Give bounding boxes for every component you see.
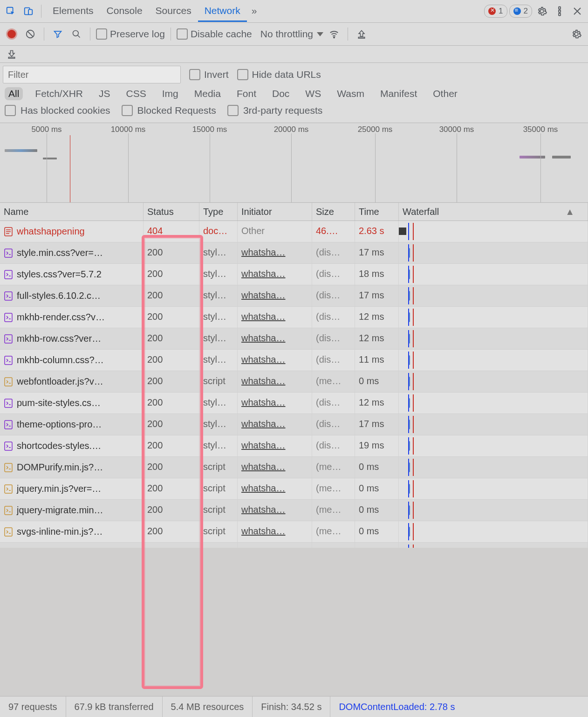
col-initiator[interactable]: Initiator [238, 203, 312, 221]
cell-initiator[interactable]: whatsha… [238, 521, 312, 542]
tab-elements[interactable]: Elements [46, 0, 100, 22]
table-row[interactable]: DOMPurify.min.js?… 200 script whatsha… (… [0, 457, 588, 478]
chip-img[interactable]: Img [158, 87, 182, 100]
cell-initiator[interactable]: whatsha… [238, 435, 312, 456]
message-count-pill[interactable]: ≡2 [509, 5, 532, 18]
table-row[interactable]: jquery-migrate.min… 200 script whatsha… … [0, 500, 588, 521]
cell-initiator[interactable]: whatsha… [238, 414, 312, 435]
table-row[interactable]: shortcodes-styles.… 200 styl… whatsha… (… [0, 435, 588, 457]
cell-time: 0 ms [355, 500, 399, 521]
has-blocked-cookies-checkbox[interactable] [5, 105, 16, 116]
cell-initiator[interactable]: whatsha… [238, 264, 312, 285]
preserve-log-checkbox[interactable] [96, 28, 107, 40]
cell-waterfall [399, 285, 588, 306]
col-type[interactable]: Type [199, 203, 238, 221]
cell-size: (dis… [312, 264, 355, 285]
filter-bar: Invert Hide data URLs AllFetch/XHRJSCSSI… [0, 63, 588, 123]
table-row[interactable]: webfontloader.js?v… 200 script whatsha… … [0, 371, 588, 393]
cell-initiator[interactable]: whatsha… [238, 242, 312, 263]
inspect-icon[interactable] [3, 3, 19, 19]
error-count-pill[interactable]: ✕1 [484, 5, 507, 18]
cell-waterfall [399, 221, 588, 242]
cell-initiator[interactable]: whatsha… [238, 285, 312, 306]
filter-input[interactable] [3, 66, 181, 83]
third-party-checkbox[interactable] [227, 105, 239, 116]
more-icon[interactable] [552, 3, 567, 19]
chip-fetchxhr[interactable]: Fetch/XHR [31, 87, 87, 100]
cell-initiator[interactable]: whatsha… [238, 500, 312, 521]
transferred: 67.9 kB transferred [66, 696, 163, 717]
clear-icon[interactable] [22, 26, 38, 42]
col-name[interactable]: Name [0, 203, 144, 221]
cell-initiator[interactable]: whatsha… [238, 393, 312, 414]
cell-time: 17 ms [355, 242, 399, 263]
disable-cache-checkbox[interactable] [177, 28, 188, 40]
cell-initiator[interactable]: whatsha… [238, 457, 312, 478]
record-button[interactable] [4, 26, 20, 42]
chip-wasm[interactable]: Wasm [333, 87, 368, 100]
domcontentloaded: DOMContentLoaded: 2.78 s [330, 696, 463, 717]
chip-manifest[interactable]: Manifest [376, 87, 421, 100]
network-settings-icon[interactable] [568, 26, 584, 42]
cell-waterfall [399, 350, 588, 371]
table-row[interactable]: full-styles.6.10.2.c… 200 styl… whatsha…… [0, 285, 588, 307]
chip-media[interactable]: Media [191, 87, 225, 100]
chip-css[interactable]: CSS [123, 87, 150, 100]
table-row[interactable]: mkhb-column.css?… 200 styl… whatsha… (di… [0, 350, 588, 371]
chip-other[interactable]: Other [429, 87, 461, 100]
download-icon[interactable] [4, 46, 20, 62]
col-time[interactable]: Time [355, 203, 399, 221]
cell-initiator[interactable]: whatsha… [238, 307, 312, 328]
table-row[interactable]: logo_upflex.svg 200 svg… whatsha… (me… 0… [0, 543, 588, 548]
separator [41, 5, 41, 18]
hide-data-urls-checkbox[interactable] [237, 69, 248, 80]
tab-network[interactable]: Network [198, 0, 247, 22]
table-row[interactable]: pum-site-styles.cs… 200 styl… whatsha… (… [0, 393, 588, 414]
network-conditions-icon[interactable] [326, 26, 342, 42]
tab-sources[interactable]: Sources [149, 0, 198, 22]
table-row[interactable]: mkhb-row.css?ver… 200 styl… whatsha… (di… [0, 328, 588, 350]
chip-ws[interactable]: WS [301, 87, 325, 100]
cell-initiator[interactable]: whatsha… [238, 371, 312, 392]
cell-initiator[interactable]: whatsha… [238, 543, 312, 548]
col-status[interactable]: Status [144, 203, 199, 221]
cell-type: styl… [199, 350, 238, 371]
table-row[interactable]: mkhb-render.css?v… 200 styl… whatsha… (d… [0, 307, 588, 328]
throttling-select[interactable]: No throttling [260, 28, 323, 40]
chip-doc[interactable]: Doc [268, 87, 293, 100]
tab-console[interactable]: Console [100, 0, 149, 22]
tick: 15000 ms [192, 125, 227, 134]
table-row[interactable]: whatshappening 404 doc… Other 46.… 2.63 … [0, 221, 588, 242]
chip-font[interactable]: Font [233, 87, 260, 100]
table-row[interactable]: theme-options-pro… 200 styl… whatsha… (d… [0, 414, 588, 435]
cell-status: 200 [144, 307, 199, 328]
table-row[interactable]: styles.css?ver=5.7.2 200 styl… whatsha… … [0, 264, 588, 285]
filter-icon[interactable] [50, 26, 66, 42]
chip-js[interactable]: JS [95, 87, 114, 100]
close-icon[interactable] [569, 3, 585, 19]
cell-status: 200 [144, 371, 199, 392]
cell-initiator[interactable]: whatsha… [238, 350, 312, 371]
cell-initiator[interactable]: whatsha… [238, 328, 312, 349]
timeline-overview[interactable]: 5000 ms10000 ms15000 ms20000 ms25000 ms3… [0, 123, 588, 203]
chip-all[interactable]: All [5, 87, 23, 100]
cell-initiator[interactable]: Other [238, 221, 312, 242]
cell-initiator[interactable]: whatsha… [238, 478, 312, 499]
file-name: theme-options-pro… [17, 419, 102, 430]
col-waterfall[interactable]: Waterfall▲ [399, 203, 588, 221]
table-row[interactable]: jquery.min.js?ver=… 200 script whatsha… … [0, 478, 588, 500]
file-icon [4, 227, 13, 236]
file-icon [4, 399, 13, 408]
search-icon[interactable] [68, 26, 84, 42]
invert-checkbox[interactable] [189, 69, 200, 80]
device-toggle-icon[interactable] [21, 3, 36, 19]
cell-status: 200 [144, 350, 199, 371]
settings-icon[interactable] [534, 3, 550, 19]
table-row[interactable]: style.min.css?ver=… 200 styl… whatsha… (… [0, 242, 588, 264]
requests-count: 97 requests [0, 696, 66, 717]
blocked-requests-checkbox[interactable] [122, 105, 133, 116]
table-row[interactable]: svgs-inline-min.js?… 200 script whatsha…… [0, 521, 588, 543]
col-size[interactable]: Size [312, 203, 355, 221]
upload-icon[interactable] [354, 26, 369, 42]
tabs-overflow[interactable]: » [249, 0, 260, 22]
